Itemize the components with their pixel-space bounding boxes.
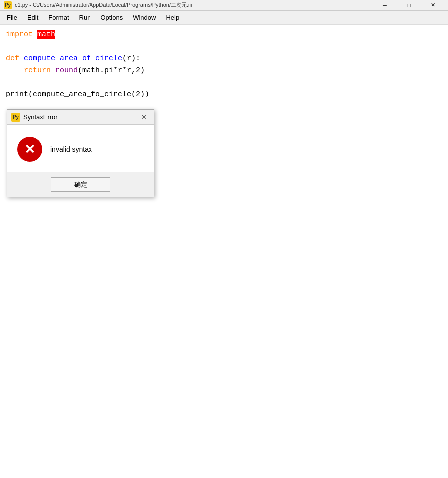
window-controls: ─ □ ✕ [373,0,444,11]
code-line-4: return round(math.pi*r*r,2) [6,65,442,77]
menu-file[interactable]: File [2,12,22,23]
window-title: c1.py - C:/Users/Administrator/AppData/L… [15,1,373,9]
ok-button[interactable]: 确定 [51,177,110,192]
code-line-6: print(compute_area_fo_circle(2)) [6,89,442,100]
menu-help[interactable]: Help [161,12,184,23]
dialog-icon: Py [11,113,20,122]
error-x-symbol: ✕ [24,143,35,156]
app-icon: Py [4,1,12,9]
dialog-title: SyntaxError [23,113,138,121]
dialog-titlebar: Py SyntaxError ✕ [7,110,154,125]
menu-edit[interactable]: Edit [22,12,43,23]
menubar: File Edit Format Run Options Window Help [0,11,448,25]
dialog-footer: 确定 [7,172,154,197]
menu-window[interactable]: Window [128,12,161,23]
dialog-body: ✕ invalid syntax [7,125,154,172]
error-icon: ✕ [17,137,42,162]
dialog-close-button[interactable]: ✕ [138,112,150,123]
code-line-5 [6,77,442,89]
highlighted-math: math [37,30,55,39]
minimize-button[interactable]: ─ [373,0,396,11]
menu-options[interactable]: Options [95,12,128,23]
code-line-2 [6,41,442,53]
menu-run[interactable]: Run [74,12,96,23]
menu-format[interactable]: Format [43,12,74,23]
dialog-message: invalid syntax [50,145,92,153]
maximize-button[interactable]: □ [397,0,420,11]
close-button[interactable]: ✕ [421,0,444,11]
code-line-3: def compute_area_of_circle(r): [6,53,442,65]
code-editor[interactable]: improt math def compute_area_of_circle(r… [0,25,448,104]
syntax-error-dialog: Py SyntaxError ✕ ✕ invalid syntax 确定 [7,109,154,197]
titlebar: Py c1.py - C:/Users/Administrator/AppDat… [0,0,448,11]
code-line-1: improt math [6,29,442,41]
